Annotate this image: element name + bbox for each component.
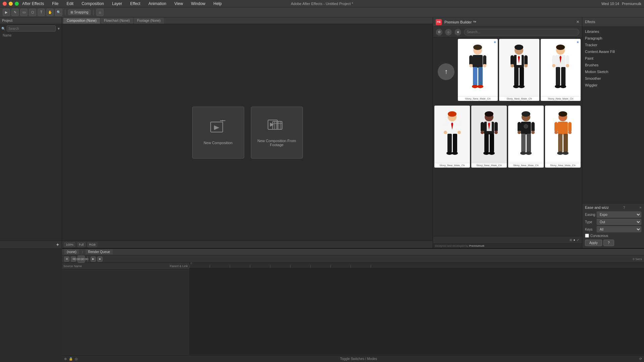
svg-rect-77	[518, 122, 521, 132]
toolbar-rect-btn[interactable]: ▭	[20, 9, 28, 16]
svg-point-58	[446, 152, 452, 155]
viewer-zoom-btn[interactable]: 100%	[64, 242, 75, 247]
keys-select[interactable]: All Selected	[597, 226, 641, 232]
keys-label: Keys	[585, 228, 597, 231]
svg-point-90	[554, 131, 558, 134]
effect-motion-sketch[interactable]: Motion Sketch	[582, 68, 644, 75]
search-options-icon[interactable]: ▼	[57, 27, 60, 31]
character-card-1[interactable]: ★	[458, 39, 498, 101]
effect-tracker[interactable]: Tracker	[582, 42, 644, 48]
expand-icon[interactable]: ⤢	[577, 238, 579, 242]
tab-footage[interactable]: Footage (None)	[134, 18, 164, 24]
add-item-icon[interactable]: ✦	[56, 242, 60, 247]
menu-edit[interactable]: Edit	[65, 1, 75, 7]
pb-nav-home-btn[interactable]: ⌂	[445, 29, 452, 36]
character-card-3[interactable]: ★	[541, 39, 581, 101]
menu-after-effects[interactable]: After Effects	[21, 1, 45, 7]
svg-point-43	[566, 64, 569, 67]
viewer-footer: 100% Full RGB	[62, 241, 433, 248]
tl-footer-btn-2[interactable]: 🔒	[69, 357, 73, 361]
project-panel-footer: ✦	[0, 241, 62, 248]
effect-paragraph[interactable]: Paragraph	[582, 35, 644, 42]
effect-wiggler[interactable]: Wiggler	[582, 82, 644, 88]
effect-content-aware-fill[interactable]: Content Aware Fill	[582, 48, 644, 55]
type-select[interactable]: Out In In Out	[597, 219, 641, 225]
tab-composition[interactable]: Composition (None)	[63, 18, 100, 24]
character-card-7[interactable]: Story_New_Male_Ch	[545, 106, 581, 168]
new-composition-card[interactable]: New Composition	[192, 107, 244, 159]
tl-btn-time[interactable]: 0:00:00:00	[77, 255, 85, 263]
premium-builder-header: PB Premium Builder ™ ✕	[433, 17, 582, 27]
character-card-6[interactable]: Story_New_Male_Ch	[508, 106, 544, 168]
menu-window[interactable]: Window	[190, 1, 207, 7]
minimize-button[interactable]	[9, 2, 13, 6]
star-icon-1: ★	[493, 40, 496, 44]
toggle-switches-label[interactable]: Toggle Switches / Modes	[340, 357, 377, 361]
back-button[interactable]: ↑	[438, 63, 454, 80]
timeline-tab-none[interactable]: (none)	[64, 249, 79, 254]
tab-flowchart[interactable]: Flowchart (None)	[101, 18, 133, 24]
character-card-4[interactable]: Story_New_Male_Ch	[434, 106, 470, 168]
menu-effect[interactable]: Effect	[129, 1, 142, 7]
effect-smoother[interactable]: Smoother	[582, 75, 644, 82]
tl-footer-btn-1[interactable]: ⊕	[64, 357, 67, 361]
pb-nav-settings-btn[interactable]: ⚙	[436, 29, 442, 36]
curvaceous-checkbox[interactable]	[585, 234, 589, 238]
toolbar-hand-btn[interactable]: ✋	[46, 9, 54, 16]
effect-paint[interactable]: Paint	[582, 55, 644, 62]
menu-layer[interactable]: Layer	[111, 1, 123, 7]
tl-footer-right[interactable]: ⟳	[639, 357, 642, 361]
close-button[interactable]	[3, 2, 7, 6]
toolbar-shape-btn[interactable]: ⬡	[29, 9, 36, 16]
premium-builder-search[interactable]	[464, 29, 579, 36]
timeline-ruler[interactable]	[190, 263, 644, 268]
toolbar-text-btn[interactable]: T	[38, 9, 45, 16]
svg-point-79	[518, 131, 521, 134]
svg-rect-40	[552, 55, 555, 65]
character-label-3: Story_New_Male_Ch	[541, 96, 581, 101]
new-composition-from-footage-card[interactable]: New Composition From Footage	[251, 107, 303, 159]
project-panel-header: Project	[0, 17, 62, 24]
svg-rect-78	[531, 122, 535, 132]
menu-help[interactable]: Help	[212, 1, 223, 7]
svg-rect-56	[447, 134, 452, 152]
snapping-toggle[interactable]: ⊞ Snapping	[68, 9, 91, 15]
viewer-channels-btn[interactable]: RGB	[88, 242, 98, 247]
apply-button[interactable]: Apply	[585, 240, 602, 246]
menu-composition[interactable]: Composition	[80, 1, 105, 7]
svg-point-91	[568, 131, 572, 134]
tl-btn-1[interactable]: ⊕	[64, 256, 69, 262]
grid-icon[interactable]: ⊞	[570, 238, 572, 242]
viewer-quality-btn[interactable]: Full	[77, 242, 86, 247]
svg-rect-82	[527, 134, 531, 152]
character-card-2[interactable]: Story_New_Male_Ch	[499, 39, 539, 101]
tl-play-btn[interactable]: ▶	[91, 256, 96, 262]
fullscreen-button[interactable]	[15, 2, 19, 6]
svg-rect-44	[556, 67, 560, 85]
menu-view[interactable]: View	[173, 1, 184, 7]
toolbar-zoom-btn[interactable]: 🔍	[55, 9, 62, 16]
timeline-footer: ⊕ 🔒 ◎ Toggle Switches / Modes ⟳	[62, 355, 644, 362]
pb-nav-star-btn[interactable]: ★	[454, 29, 461, 36]
toolbar-pen-btn[interactable]: ✎	[11, 9, 19, 16]
toolbar: ▶ ✎ ▭ ⬡ T ✋ 🔍 ⊞ Snapping ⌂	[0, 7, 644, 17]
ease-help-icon[interactable]: ?	[623, 206, 625, 209]
easing-select[interactable]: Expo Sine Quart	[597, 212, 641, 218]
ease-help-btn[interactable]: ?	[603, 240, 614, 246]
menu-animation[interactable]: Animation	[147, 1, 167, 7]
effect-brushes[interactable]: Brushes	[582, 62, 644, 68]
tl-stop-btn[interactable]: ■	[97, 256, 103, 262]
effect-libraries[interactable]: Libraries	[582, 28, 644, 35]
tl-footer-btn-3[interactable]: ◎	[75, 357, 78, 361]
close-panel-icon[interactable]: ✕	[576, 20, 579, 24]
ruler-tick-9	[371, 265, 391, 268]
character-figure-3	[541, 39, 581, 96]
project-search-input[interactable]	[7, 25, 56, 32]
toolbar-home-btn[interactable]: ⌂	[96, 9, 104, 16]
menu-file[interactable]: File	[51, 1, 60, 7]
toolbar-select-btn[interactable]: ▶	[3, 9, 10, 16]
ease-collapse-icon[interactable]: ≡	[640, 206, 641, 209]
timeline-tab-render-queue[interactable]: Render Queue	[86, 249, 113, 254]
character-card-5[interactable]: Story_New_Male_Ch	[471, 106, 507, 168]
character-label-2: Story_New_Male_Ch	[499, 96, 539, 101]
